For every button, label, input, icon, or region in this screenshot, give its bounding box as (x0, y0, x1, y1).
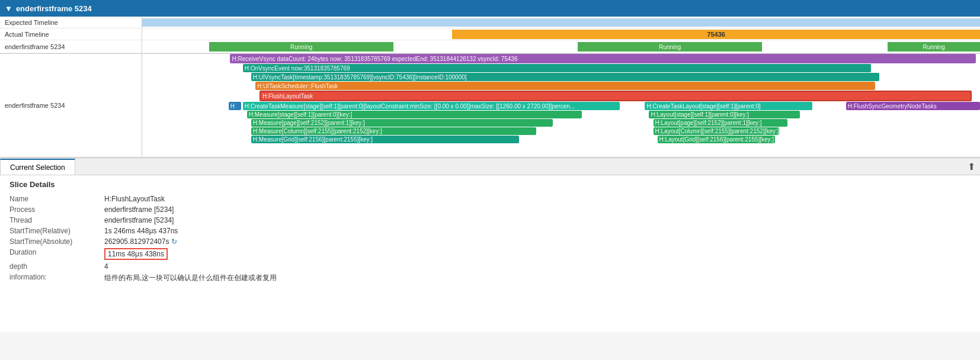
trace-bar-11[interactable]: H:CreateTaskLayout[stage][self:1][parent… (645, 102, 812, 110)
detail-value-2: enderfirstframe [5234] (104, 215, 971, 226)
detail-row-1: Processenderfirstframe [5234] (9, 204, 971, 215)
detail-value-0: H:FlushLayoutTask (104, 194, 971, 204)
detail-row-5: Duration11ms 48μs 438ns (9, 247, 971, 261)
running-segment-1: Running (209, 42, 393, 52)
actual-timeline-row: Actual Timeline 75436 (0, 28, 980, 40)
detail-value-6: 4 (104, 261, 971, 272)
header-title: enderfirstframe 5234 (16, 4, 92, 13)
detail-row-2: Threadenderfirstframe [5234] (9, 215, 971, 226)
bottom-panel: Current Selection ⬆ Slice Details NameH:… (0, 158, 980, 332)
trace-bar-3[interactable]: H:UITaskScheduler::FlushTask (255, 82, 875, 90)
actual-timeline-bar: 75436 (452, 30, 980, 39)
panel-tabs: Current Selection ⬆ (0, 159, 980, 175)
expected-timeline-label: Expected Timeline (0, 17, 142, 28)
trace-bar-1[interactable]: H:OnVsyncEvent now:35131835785769 (243, 64, 872, 72)
running-segment-3: Running (888, 42, 980, 52)
trace-bar-10[interactable]: H:Measure[Grid][self:2156][parent:2155][… (251, 136, 519, 143)
running-segment-2: Running (578, 42, 762, 52)
trace-bar-15[interactable]: H:Layout[Grid][self:2156][parent:2155][k… (658, 136, 775, 143)
detail-table: NameH:FlushLayoutTaskProcessenderfirstfr… (9, 194, 971, 284)
detail-label-0: Name (9, 194, 104, 204)
header-arrow: ▼ (5, 4, 12, 13)
expected-timeline-row: Expected Timeline (0, 17, 980, 28)
process-row-label: enderfirstframe 5234 (0, 40, 142, 53)
tab-current-selection[interactable]: Current Selection (0, 159, 75, 175)
detail-value-3: 1s 246ms 448μs 437ns (104, 226, 971, 236)
detail-row-0: NameH:FlushLayoutTask (9, 194, 971, 204)
expected-timeline-bar (142, 18, 980, 27)
trace-bar-8[interactable]: H:Measure[page][self:2152][parent:1][key… (251, 119, 553, 127)
trace-bar-9[interactable]: H:Measure[Column][self:2155][parent:2152… (251, 127, 536, 135)
trace-label: enderfirstframe 5234 (0, 54, 142, 157)
detail-label-2: Thread (9, 215, 104, 226)
trace-bar-0[interactable]: H:ReceiveVsync dataCount: 24bytes now: 3… (230, 54, 975, 63)
process-row: enderfirstframe 5234 Running Running Run… (0, 40, 980, 53)
detail-value-1: enderfirstframe [5234] (104, 204, 971, 215)
detail-value-5: 11ms 48μs 438ns (104, 247, 971, 261)
trace-content[interactable]: H:ReceiveVsync dataCount: 24bytes now: 3… (142, 54, 980, 157)
trace-bar-13[interactable]: H:Layout[page][self:2152][parent:1][key:… (654, 119, 787, 127)
detail-value-7: 组件的布局,这一块可以确认是什么组件在创建或者复用 (104, 272, 971, 284)
detail-value-4: 262905.812972407s ↻ (104, 236, 971, 247)
detail-label-6: depth (9, 261, 104, 272)
actual-timeline-value: 75436 (707, 31, 725, 38)
expected-timeline-content (142, 17, 980, 28)
trace-bar-6[interactable]: H:CreateTaskMeasure[stage][self:1][paren… (243, 102, 620, 110)
detail-label-7: information: (9, 272, 104, 284)
actual-timeline-content: 75436 (142, 28, 980, 40)
trace-events-area: enderfirstframe 5234 H:ReceiveVsync data… (0, 54, 980, 158)
detail-label-3: StartTime(Relative) (9, 226, 104, 236)
trace-bar-16[interactable]: H:FlushSyncGeometryNodeTasks (846, 102, 980, 110)
process-row-content: Running Running Running (142, 40, 980, 53)
trace-bar-12[interactable]: H:Layout[stage][self:1][parent:0][key:] (649, 111, 800, 118)
panel-content: Slice Details NameH:FlushLayoutTaskProce… (0, 175, 980, 332)
detail-label-4: StartTime(Absolute) (9, 236, 104, 247)
detail-row-3: StartTime(Relative)1s 246ms 448μs 437ns (9, 226, 971, 236)
section-title: Slice Details (9, 180, 971, 189)
detail-row-6: depth4 (9, 261, 971, 272)
detail-row-7: information:组件的布局,这一块可以确认是什么组件在创建或者复用 (9, 272, 971, 284)
timeline-area: Expected Timeline Actual Timeline 75436 … (0, 17, 980, 54)
refresh-icon[interactable]: ↻ (171, 237, 177, 246)
trace-bar-2[interactable]: H:UIVsyncTask[timestamp:35131835785769][… (251, 73, 880, 81)
detail-label-1: Process (9, 204, 104, 215)
window-header: ▼ enderfirstframe 5234 (0, 0, 980, 17)
trace-bar-4[interactable]: H:FlushLayoutTask (260, 91, 972, 101)
detail-label-5: Duration (9, 247, 104, 261)
trace-bar-14[interactable]: H:Layout[Column][self:2155][parent:2152]… (654, 127, 779, 135)
panel-expand-button[interactable]: ⬆ (968, 161, 980, 172)
trace-bar-5[interactable]: H (229, 102, 241, 110)
trace-bar-7[interactable]: H:Measure[stage][self:1][parent:0][key:] (247, 111, 582, 118)
duration-value: 11ms 48μs 438ns (104, 248, 168, 260)
detail-row-4: StartTime(Absolute)262905.812972407s ↻ (9, 236, 971, 247)
actual-timeline-label: Actual Timeline (0, 28, 142, 40)
